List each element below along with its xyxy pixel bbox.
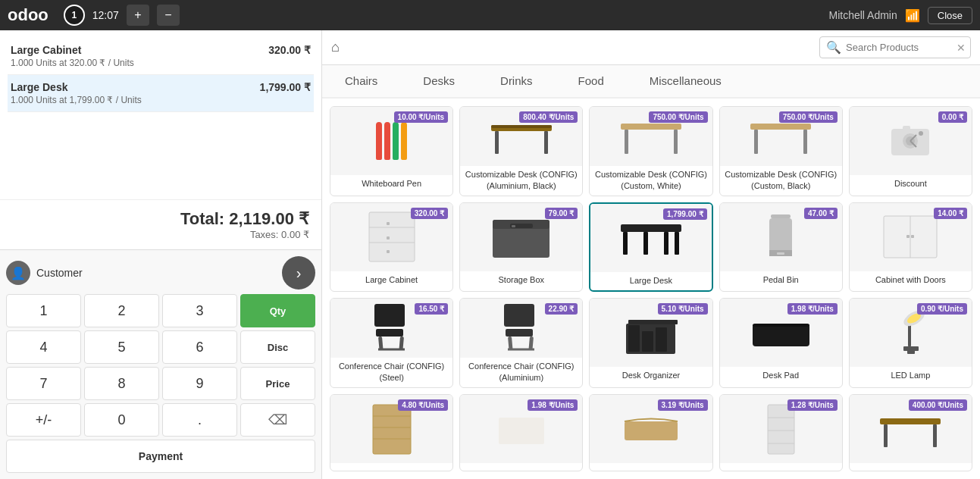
product-name: Discount xyxy=(891,175,930,193)
svg-rect-17 xyxy=(369,212,415,261)
svg-rect-1 xyxy=(491,125,552,128)
product-led-lamp[interactable]: 0.90 ₹/Units LED Lamp xyxy=(849,298,972,388)
svg-rect-41 xyxy=(376,329,403,337)
search-icon: 🔍 xyxy=(826,40,841,55)
order-items: Large Cabinet 320.00 ₹ 1.000 Units at 32… xyxy=(0,30,321,199)
product-desk-alum-black[interactable]: 800.40 ₹/Units Customizable Desk (CONFIG… xyxy=(459,106,583,196)
odoo-logo: odoo xyxy=(8,5,49,25)
product-desk-pad[interactable]: 1.98 ₹/Units Desk Pad xyxy=(719,298,843,388)
svg-rect-33 xyxy=(769,218,792,252)
svg-rect-26 xyxy=(512,225,515,227)
product-desk-organizer[interactable]: 5.10 ₹/Units Desk Organizer xyxy=(589,298,712,388)
key-8[interactable]: 8 xyxy=(84,367,159,400)
item-name: Large Cabinet xyxy=(11,44,81,56)
price-badge: 14.00 ₹ xyxy=(934,208,967,219)
product-discount[interactable]: 0.00 ₹ Discount xyxy=(849,106,972,196)
product-desk-custom-black[interactable]: 750.00 ₹/Units Customizable Desk (CONFIG… xyxy=(719,106,843,196)
svg-rect-3 xyxy=(544,131,548,154)
product-whiteboard-pen[interactable]: 10.00 ₹/Units Whiteboard Pen xyxy=(330,106,453,196)
product-item-18[interactable]: 3.19 ₹/Units xyxy=(589,394,712,471)
svg-rect-6 xyxy=(674,130,678,154)
disc-button[interactable]: Disc xyxy=(240,330,315,364)
product-name: Large Cabinet xyxy=(362,271,421,290)
key-0[interactable]: 0 xyxy=(84,403,159,437)
price-badge: 3.19 ₹/Units xyxy=(658,399,708,411)
key-7[interactable]: 7 xyxy=(6,367,81,400)
svg-rect-28 xyxy=(623,232,628,255)
svg-rect-72 xyxy=(880,418,941,424)
price-badge: 750.00 ₹/Units xyxy=(649,111,707,123)
product-name: Desk Pad xyxy=(759,367,802,385)
product-item-19[interactable]: 1.28 ₹/Units xyxy=(719,394,843,471)
search-box[interactable]: 🔍 ✕ xyxy=(819,36,971,58)
product-name: Customizable Desk (CONFIG) (Custom, Blac… xyxy=(720,166,842,196)
svg-rect-20 xyxy=(387,222,390,225)
minimize-button[interactable]: − xyxy=(157,5,180,26)
tab-chairs[interactable]: Chairs xyxy=(322,65,400,99)
price-badge: 1.98 ₹/Units xyxy=(787,303,838,315)
next-button[interactable]: › xyxy=(282,256,315,290)
product-large-desk[interactable]: 1,799.00 ₹ Large Desk xyxy=(589,202,712,292)
tab-miscellaneous[interactable]: Miscellaneous xyxy=(627,65,744,99)
product-name: Desk Organizer xyxy=(619,367,683,385)
key-dot[interactable]: . xyxy=(162,403,237,437)
order-item-large-desk[interactable]: Large Desk 1,799.00 ₹ 1.000 Units at 1,7… xyxy=(8,75,314,112)
svg-rect-74 xyxy=(933,424,937,447)
svg-rect-38 xyxy=(906,235,910,238)
numpad-area: 👤 Customer › 1 2 3 Qty 4 5 6 Disc 7 8 9 … xyxy=(0,249,321,479)
svg-rect-67 xyxy=(625,421,678,440)
close-button[interactable]: Close xyxy=(928,7,972,24)
product-chair-alum[interactable]: 22.90 ₹ Conference Chair (CONFIG) (Alumi… xyxy=(459,298,583,388)
tab-drinks[interactable]: Drinks xyxy=(477,65,556,99)
product-pedal-bin[interactable]: 47.00 ₹ Pedal Bin xyxy=(719,202,843,292)
home-button[interactable]: ⌂ xyxy=(331,39,340,55)
add-session-button[interactable]: + xyxy=(127,5,149,26)
svg-rect-9 xyxy=(803,130,807,154)
qty-button[interactable]: Qty xyxy=(240,294,315,327)
svg-rect-47 xyxy=(508,337,513,350)
price-badge: 1,799.00 ₹ xyxy=(663,208,707,220)
product-name xyxy=(518,463,524,471)
order-item-large-cabinet[interactable]: Large Cabinet 320.00 ₹ 1.000 Units at 32… xyxy=(8,38,314,75)
item-name: Large Desk xyxy=(11,81,67,93)
backspace-button[interactable]: ⌫ xyxy=(240,403,315,437)
product-name: Conference Chair (CONFIG) (Steel) xyxy=(330,358,452,387)
svg-rect-43 xyxy=(399,337,405,350)
key-9[interactable]: 9 xyxy=(162,367,237,400)
product-item-16[interactable]: 4.80 ₹/Units xyxy=(330,394,453,471)
product-name: Storage Box xyxy=(496,271,548,290)
product-chair-steel[interactable]: 16.50 ₹ Conference Chair (CONFIG) (Steel… xyxy=(330,298,453,388)
product-name xyxy=(907,463,913,471)
product-storage-box[interactable]: 79.00 ₹ Storage Box xyxy=(459,202,583,292)
price-button[interactable]: Price xyxy=(240,367,315,400)
product-cabinet-doors[interactable]: 14.00 ₹ Cabinet with Doors xyxy=(849,202,972,292)
product-desk-custom-white[interactable]: 750.00 ₹/Units Customizable Desk (CONFIG… xyxy=(589,106,712,196)
svg-rect-53 xyxy=(656,327,667,352)
svg-rect-45 xyxy=(504,304,534,327)
item-price: 1,799.00 ₹ xyxy=(260,81,311,93)
product-large-cabinet[interactable]: 320.00 ₹ Large Cabinet xyxy=(330,202,453,292)
key-plusminus[interactable]: +/- xyxy=(6,403,81,437)
key-2[interactable]: 2 xyxy=(84,294,159,327)
key-3[interactable]: 3 xyxy=(162,294,237,327)
tab-food[interactable]: Food xyxy=(556,65,627,99)
camera-icon xyxy=(888,120,933,163)
svg-rect-40 xyxy=(374,304,405,327)
search-input[interactable] xyxy=(846,42,952,53)
customer-button[interactable]: 👤 Customer xyxy=(6,261,282,285)
product-name xyxy=(648,463,654,471)
svg-rect-68 xyxy=(768,405,794,454)
tab-desks[interactable]: Desks xyxy=(400,65,477,99)
key-4[interactable]: 4 xyxy=(6,330,81,364)
key-6[interactable]: 6 xyxy=(162,330,237,364)
search-clear-icon[interactable]: ✕ xyxy=(957,42,966,54)
svg-rect-4 xyxy=(621,124,681,130)
product-item-20[interactable]: 400.00 ₹/Units xyxy=(849,394,972,471)
session-badge: 1 xyxy=(64,5,85,26)
product-item-17[interactable]: 1.98 ₹/Units xyxy=(459,394,583,471)
price-badge: 4.80 ₹/Units xyxy=(398,399,448,411)
key-5[interactable]: 5 xyxy=(84,330,159,364)
key-1[interactable]: 1 xyxy=(6,294,81,327)
right-top-bar: ⌂ 🔍 ✕ xyxy=(322,30,980,65)
payment-button[interactable]: Payment xyxy=(6,440,315,473)
